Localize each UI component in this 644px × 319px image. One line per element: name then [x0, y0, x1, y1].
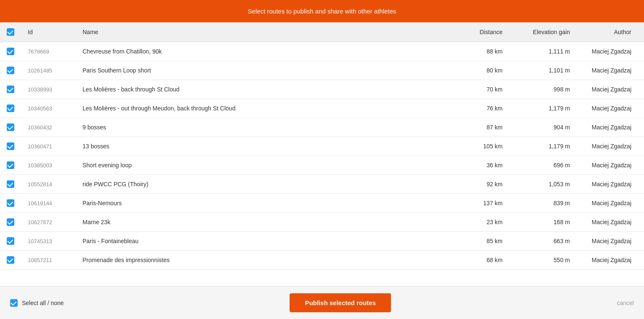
row-checkbox-9[interactable]: [7, 218, 14, 226]
row-checkbox-cell: [0, 80, 21, 99]
row-elevation: 1,179 m: [509, 99, 577, 118]
row-checkbox-cell: [0, 194, 21, 213]
row-checkbox-0[interactable]: [7, 48, 14, 55]
table-row: 10745313 Paris - Fontainebleau 85 km 663…: [0, 232, 644, 251]
row-id: 10338993: [21, 80, 76, 99]
row-elevation: 168 m: [509, 213, 577, 232]
row-elevation: 550 m: [509, 251, 577, 270]
row-elevation: 904 m: [509, 118, 577, 137]
row-id: 10857211: [21, 251, 76, 270]
select-all-checkbox[interactable]: [10, 299, 18, 307]
row-id: 10340563: [21, 99, 76, 118]
row-elevation: 1,053 m: [509, 175, 577, 194]
row-checkbox-10[interactable]: [7, 237, 14, 245]
row-author: Maciej Zgadzaj: [577, 80, 644, 99]
header-distance-col: Distance: [455, 22, 509, 42]
row-id: 10360432: [21, 118, 76, 137]
cancel-link[interactable]: cancel: [617, 300, 634, 306]
row-author: Maciej Zgadzaj: [577, 175, 644, 194]
row-id: 10552814: [21, 175, 76, 194]
header-author-col: Author: [577, 22, 644, 42]
row-author: Maciej Zgadzaj: [577, 137, 644, 156]
row-checkbox-4[interactable]: [7, 123, 14, 131]
row-id: 10360471: [21, 137, 76, 156]
row-checkbox-5[interactable]: [7, 142, 14, 150]
table-row: 10360432 9 bosses 87 km 904 m Maciej Zga…: [0, 118, 644, 137]
table-row: 10340563 Les Molières - out through Meud…: [0, 99, 644, 118]
select-all-area[interactable]: Select all / none: [10, 299, 64, 307]
table-row: 7678669 Chevreuse from Chatillon, 90k 88…: [0, 42, 644, 61]
header-id-col: Id: [21, 22, 76, 42]
row-author: Maciej Zgadzaj: [577, 213, 644, 232]
row-elevation: 696 m: [509, 156, 577, 175]
row-author: Maciej Zgadzaj: [577, 251, 644, 270]
row-name: 9 bosses: [76, 118, 455, 137]
row-checkbox-cell: [0, 99, 21, 118]
row-checkbox-cell: [0, 232, 21, 251]
table-row: 10857211 Promenade des impressionnistes …: [0, 251, 644, 270]
row-name: Les Molières - back through St Cloud: [76, 80, 455, 99]
row-name: Chevreuse from Chatillon, 90k: [76, 42, 455, 61]
row-name: Paris-Nemours: [76, 194, 455, 213]
row-id: 10261485: [21, 61, 76, 80]
row-id: 7678669: [21, 42, 76, 61]
row-name: 13 bosses: [76, 137, 455, 156]
row-name: Paris - Fontainebleau: [76, 232, 455, 251]
row-distance: 80 km: [455, 61, 509, 80]
row-elevation: 1,111 m: [509, 42, 577, 61]
row-author: Maciej Zgadzaj: [577, 42, 644, 61]
row-distance: 68 km: [455, 251, 509, 270]
row-distance: 70 km: [455, 80, 509, 99]
table-row: 10619144 Paris-Nemours 137 km 839 m Maci…: [0, 194, 644, 213]
row-checkbox-3[interactable]: [7, 105, 14, 112]
routes-table: Id Name Distance Elevation gain Author: [0, 22, 644, 270]
row-checkbox-11[interactable]: [7, 256, 14, 264]
row-distance: 92 km: [455, 175, 509, 194]
row-id: 10627872: [21, 213, 76, 232]
table-row: 10338993 Les Molières - back through St …: [0, 80, 644, 99]
row-distance: 88 km: [455, 42, 509, 61]
row-elevation: 1,101 m: [509, 61, 577, 80]
row-elevation: 839 m: [509, 194, 577, 213]
row-elevation: 1,179 m: [509, 137, 577, 156]
row-name: Short evening loop: [76, 156, 455, 175]
row-checkbox-1[interactable]: [7, 67, 14, 74]
row-checkbox-cell: [0, 175, 21, 194]
row-checkbox-7[interactable]: [7, 180, 14, 188]
row-author: Maciej Zgadzaj: [577, 61, 644, 80]
row-author: Maciej Zgadzaj: [577, 118, 644, 137]
row-distance: 137 km: [455, 194, 509, 213]
row-elevation: 998 m: [509, 80, 577, 99]
row-checkbox-cell: [0, 156, 21, 175]
row-distance: 85 km: [455, 232, 509, 251]
row-name: ride PWCC PCG (Thoiry): [76, 175, 455, 194]
row-elevation: 663 m: [509, 232, 577, 251]
row-name: Les Molières - out through Meudon, back …: [76, 99, 455, 118]
select-all-label: Select all / none: [22, 300, 64, 306]
row-distance: 87 km: [455, 118, 509, 137]
header-checkbox-col: [0, 22, 21, 42]
routes-table-container: Id Name Distance Elevation gain Author: [0, 22, 644, 270]
header-elevation-col: Elevation gain: [509, 22, 577, 42]
row-distance: 36 km: [455, 156, 509, 175]
row-distance: 105 km: [455, 137, 509, 156]
row-name: Promenade des impressionnistes: [76, 251, 455, 270]
row-checkbox-cell: [0, 213, 21, 232]
select-all-header-checkbox[interactable]: [7, 28, 14, 36]
publish-button[interactable]: Publish selected routes: [290, 293, 391, 312]
row-checkbox-cell: [0, 251, 21, 270]
row-checkbox-2[interactable]: [7, 86, 14, 93]
row-distance: 76 km: [455, 99, 509, 118]
row-checkbox-8[interactable]: [7, 199, 14, 207]
row-checkbox-cell: [0, 42, 21, 61]
row-author: Maciej Zgadzaj: [577, 194, 644, 213]
row-checkbox-cell: [0, 61, 21, 80]
header-name-col: Name: [76, 22, 455, 42]
row-distance: 23 km: [455, 213, 509, 232]
table-row: 10552814 ride PWCC PCG (Thoiry) 92 km 1,…: [0, 175, 644, 194]
row-checkbox-6[interactable]: [7, 161, 14, 169]
row-id: 10619144: [21, 194, 76, 213]
table-row: 10261485 Paris Southern Loop short 80 km…: [0, 61, 644, 80]
row-name: Paris Southern Loop short: [76, 61, 455, 80]
table-row: 10385003 Short evening loop 36 km 696 m …: [0, 156, 644, 175]
